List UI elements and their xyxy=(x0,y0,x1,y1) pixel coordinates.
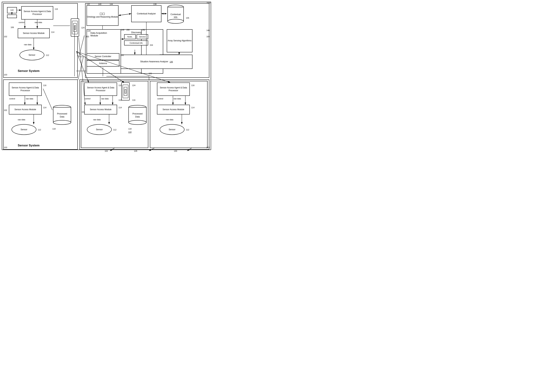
sensor-tl: Sensor xyxy=(19,50,44,60)
svg-text:Data: Data xyxy=(135,116,140,118)
ref-118-bm: 118 xyxy=(128,128,131,130)
ref-130: 130 xyxy=(174,150,177,152)
sensor-br: Sensor xyxy=(160,124,185,135)
ref-116-bl: 116 xyxy=(43,84,46,86)
service-box: Service xyxy=(137,34,148,39)
ref-124-tl: 124 xyxy=(81,27,84,29)
ref-102-bl: 102 xyxy=(4,109,7,111)
ref-132: 132 xyxy=(121,54,124,56)
svg-point-6 xyxy=(168,19,184,23)
sensor-module-bm: Sensor Access Module xyxy=(84,105,117,114)
svg-text:Data: Data xyxy=(60,116,64,118)
contextual-analyzer: Contextual Analyzer xyxy=(131,5,161,22)
sensor-bl: Sensor xyxy=(12,124,36,135)
ref-110: 110 xyxy=(128,131,131,133)
data-processor-tl: Sensor Access Agent & Data Processor xyxy=(21,6,53,19)
ref-128: 128 xyxy=(134,150,137,152)
sensor-system-label-tl: Sensor System xyxy=(18,69,40,73)
rawdata1-bm: raw data xyxy=(101,98,109,100)
ref-112-br: 112 xyxy=(186,129,189,131)
rawdata1-br: raw data xyxy=(173,98,181,100)
svg-text:Processed: Processed xyxy=(133,112,143,115)
sensor-controller: Sensor Controller xyxy=(87,53,119,60)
checkbox-icon-1 xyxy=(100,13,102,15)
ref-140: 140 xyxy=(98,3,101,5)
svg-rect-18 xyxy=(125,89,126,93)
ref-104-tr: 104 xyxy=(206,36,210,38)
control-br: control xyxy=(157,98,163,100)
sensor-system-label-bl: Sensor System xyxy=(18,144,40,147)
ref-114-br: 114 xyxy=(191,107,195,109)
box-122: 122 xyxy=(7,7,17,13)
svg-text:Processed: Processed xyxy=(57,112,67,115)
control-bm: control xyxy=(85,98,90,100)
box-122b xyxy=(7,14,17,18)
ref-135: 135 xyxy=(186,17,189,19)
antenna-label: Antenna xyxy=(87,60,119,66)
ref-134: 134 xyxy=(87,30,90,32)
checkbox-icon-2 xyxy=(102,13,105,15)
ref-114-bl: 114 xyxy=(43,107,46,109)
ref-152: 152 xyxy=(142,29,145,31)
ref-142: 142 xyxy=(87,3,90,5)
sensor-bm: Sensor xyxy=(87,124,112,135)
sensor-module-tl: Sensor Access Module xyxy=(18,28,50,38)
ref-103-br: 103 xyxy=(206,146,210,149)
ref-102-bottom: 102 xyxy=(105,150,108,152)
data-processor-bm: Sensor Access Agent & Data Processor xyxy=(84,83,117,96)
sensor-module-bl: Sensor Access Module xyxy=(9,105,42,114)
ontology-box: Ontology and Reasoning Module xyxy=(87,5,119,26)
ref-103-bl: 103 xyxy=(4,146,7,149)
ref-144: 144 xyxy=(110,3,113,5)
ref-102-tl: 102 xyxy=(4,36,7,38)
control-tl: control xyxy=(19,21,24,23)
ref-154: 154 xyxy=(150,44,153,46)
svg-text:Contextual: Contextual xyxy=(171,13,181,16)
rawdata2-bl: raw data xyxy=(18,119,25,121)
ref-116-tl: 116 xyxy=(55,8,58,10)
sensor-module-br: Sensor Access Module xyxy=(157,105,190,114)
svg-rect-3 xyxy=(74,26,76,29)
ref-112-bl: 112 xyxy=(38,129,41,131)
antenna-icon-bm xyxy=(121,82,130,101)
ref-116-br: 116 xyxy=(191,84,195,86)
data-processor-bl: Sensor Access Agent & Data Processor xyxy=(9,83,42,96)
rawdata2-bm: raw data xyxy=(93,119,101,121)
svg-text:Info: Info xyxy=(174,16,177,19)
ref-114-tl: 114 xyxy=(51,31,54,33)
contextual-info-box: Contextual info xyxy=(124,41,148,45)
ref-112-bm: 112 xyxy=(113,129,116,131)
ref-106-tl: 106 xyxy=(11,26,14,28)
ref-116-bm2: 116 xyxy=(119,99,122,101)
svg-point-12 xyxy=(53,120,71,125)
ref-116-bm3: 116 xyxy=(132,99,135,101)
ref-138: 138 xyxy=(153,3,157,5)
node-box: Node, xyxy=(124,34,136,39)
ref-124-bm: 124 xyxy=(132,84,135,86)
array-sensing: Array Sensing Algorithms xyxy=(167,29,192,52)
situation-awareness: Situation Awareness Analyzer 136 xyxy=(121,55,192,69)
data-processor-br: Sensor Access Agent & Data Processor xyxy=(157,83,190,96)
control-bl: control xyxy=(9,98,15,100)
ref-103-tl: 103 xyxy=(4,74,7,76)
discovery-label: Discovery xyxy=(131,31,141,34)
ref-126: 126 xyxy=(149,72,152,75)
antenna-icon-tl xyxy=(70,18,80,37)
rawdata2-br: raw data xyxy=(166,119,173,121)
rawdata1-tl: raw data xyxy=(35,21,42,23)
rawdata1-bl: raw data xyxy=(26,98,33,100)
contextual-info: Contextual Info xyxy=(167,5,185,24)
lightning-bolt xyxy=(74,36,89,80)
diagram: 100 103 102 Sensor System 122 Sensor Acc… xyxy=(0,0,213,155)
ref-148: 148 xyxy=(121,29,124,31)
ref-114-bm: 114 xyxy=(119,107,122,109)
svg-point-21 xyxy=(129,120,146,125)
ref-146: 146 xyxy=(206,29,210,31)
data-acq-label: Data AcquisitionModule xyxy=(90,32,107,37)
rawdata2-tl: raw data xyxy=(24,43,31,46)
processed-data-bl: Processed Data xyxy=(52,105,72,126)
ref-150: 150 xyxy=(126,29,130,31)
processed-data-bm: Processed Data xyxy=(128,105,147,126)
ref-118-bl: 118 xyxy=(52,128,56,130)
ref-112-tl: 112 xyxy=(46,54,49,56)
